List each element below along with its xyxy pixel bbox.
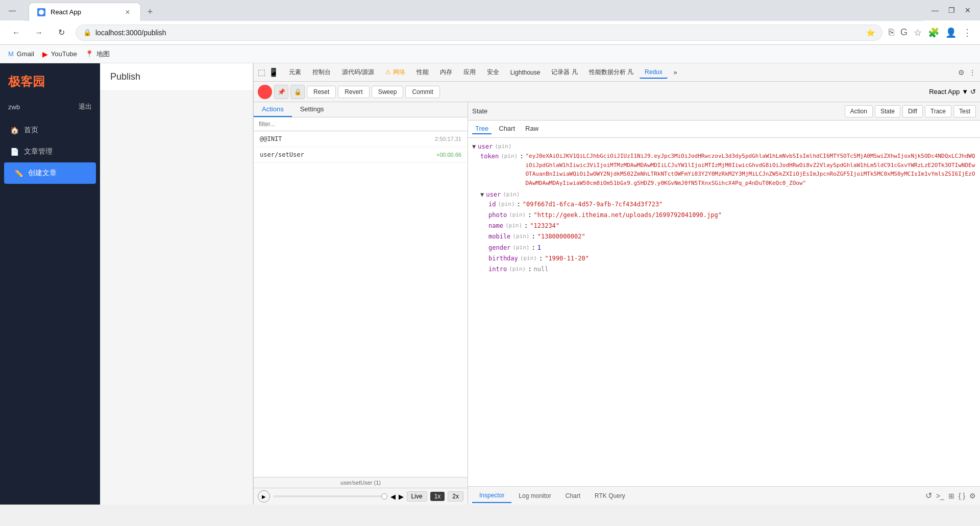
- inspector-tab[interactable]: Inspector: [472, 489, 511, 503]
- state-trace-tab[interactable]: Trace: [925, 105, 951, 117]
- devtools-icon-bar: ⚙ ⋮: [958, 68, 976, 77]
- address-bar[interactable]: 🔒 localhost:3000/publish ⭐: [76, 25, 883, 41]
- logout-button[interactable]: 退出: [79, 102, 92, 111]
- devtools-tab-elements[interactable]: 元素: [284, 66, 306, 79]
- devtools-tab-more[interactable]: »: [669, 67, 682, 78]
- user-pin: (pin): [495, 142, 511, 151]
- maps-icon: 📍: [85, 50, 93, 58]
- actions-tab[interactable]: Actions: [254, 102, 292, 117]
- devtools-settings-icon[interactable]: ⚙: [958, 68, 965, 77]
- new-tab-button[interactable]: +: [143, 5, 157, 19]
- devtools-inspect-icon[interactable]: ⬚: [258, 67, 265, 77]
- action-status-bar: user/setUser (1): [254, 477, 468, 488]
- state-test-tab[interactable]: Test: [953, 105, 976, 117]
- cast-icon[interactable]: ⎘: [889, 27, 894, 38]
- bookmark-maps[interactable]: 📍 地图: [85, 50, 110, 59]
- settings-tab[interactable]: Settings: [292, 102, 332, 117]
- minimize-button[interactable]: —: [5, 3, 19, 17]
- grid-icon[interactable]: ⊞: [948, 492, 954, 500]
- menu-icon[interactable]: ⋮: [963, 27, 972, 38]
- active-tab[interactable]: React App ✕: [29, 3, 141, 21]
- sidebar-nav: 🏠 首页 📄 文章管理 ✏️ 创建文章: [0, 119, 100, 505]
- close-window-button[interactable]: ✕: [961, 3, 975, 17]
- photo-pin: (pin): [509, 210, 526, 220]
- devtools-more-icon[interactable]: ⋮: [969, 68, 976, 77]
- back-button[interactable]: ←: [8, 25, 24, 41]
- intro-value: null: [533, 265, 548, 274]
- state-raw-tab[interactable]: Raw: [522, 124, 542, 134]
- reset-button[interactable]: Reset: [307, 86, 336, 98]
- devtools-tab-perf-data[interactable]: 性能数据分析 凡: [584, 66, 639, 79]
- devtools-tab-performance[interactable]: 性能: [411, 66, 434, 79]
- state-state-tab[interactable]: State: [875, 105, 900, 117]
- settings2-icon[interactable]: ⚙: [969, 492, 976, 500]
- state-chart-tab[interactable]: Chart: [496, 124, 518, 134]
- devtools-device-icon[interactable]: 📱: [268, 67, 279, 77]
- devtools-tab-memory[interactable]: 内存: [435, 66, 457, 79]
- tab-close-button[interactable]: ✕: [123, 8, 132, 17]
- translate-icon[interactable]: G: [900, 27, 908, 38]
- revert-button[interactable]: Revert: [338, 86, 369, 98]
- next-step-icon[interactable]: ▶: [399, 493, 404, 500]
- speed-1x-button[interactable]: 1x: [430, 492, 445, 501]
- prev-step-icon[interactable]: ◀: [390, 493, 396, 500]
- action-init[interactable]: @@INIT 2:50:17.31: [254, 131, 468, 147]
- rtk-query-tab[interactable]: RTK Query: [587, 489, 632, 503]
- code-icon[interactable]: { }: [959, 492, 965, 500]
- sweep-button[interactable]: Sweep: [372, 86, 404, 98]
- forward-button[interactable]: →: [31, 25, 47, 41]
- log-monitor-tab[interactable]: Log monitor: [511, 489, 558, 503]
- commit-button[interactable]: Commit: [405, 86, 439, 98]
- colon: :: [520, 152, 523, 161]
- devtools-tab-lighthouse[interactable]: Lighthouse: [505, 67, 546, 78]
- state-tree-tab[interactable]: Tree: [472, 124, 492, 134]
- user-expand-icon[interactable]: ▼: [472, 142, 476, 152]
- create-icon: ✏️: [14, 169, 23, 177]
- user-key: user: [478, 142, 493, 152]
- reload-devtools-icon[interactable]: ↺: [925, 491, 932, 500]
- sidebar-item-create[interactable]: ✏️ 创建文章: [4, 162, 96, 184]
- address-bar-row: ← → ↻ 🔒 localhost:3000/publish ⭐ ⎘ G ☆ 🧩…: [0, 20, 980, 45]
- sidebar-item-home[interactable]: 🏠 首页: [0, 119, 100, 141]
- state-action-tab[interactable]: Action: [845, 105, 873, 117]
- devtools-tab-network[interactable]: ⚠ 网络: [380, 66, 410, 79]
- dropdown-chevron-icon[interactable]: ▼: [962, 88, 968, 95]
- articles-icon: 📄: [10, 148, 19, 156]
- state-label: State: [472, 107, 487, 115]
- devtools-tab-recorder[interactable]: 记录器 凡: [546, 66, 582, 79]
- play-button[interactable]: ▶: [258, 490, 270, 503]
- filter-input[interactable]: [254, 117, 468, 131]
- profile-icon[interactable]: 👤: [945, 27, 957, 38]
- devtools-tab-security[interactable]: 安全: [482, 66, 504, 79]
- minimize-window-button[interactable]: —: [928, 3, 942, 17]
- maximize-window-button[interactable]: ❐: [944, 3, 959, 17]
- youtube-icon: ▶: [42, 50, 48, 58]
- progress-thumb: [381, 493, 387, 499]
- sidebar-logo: 极客园: [0, 63, 100, 98]
- actions-subtabs: Actions Settings: [254, 102, 468, 117]
- extensions-icon[interactable]: 🧩: [928, 27, 939, 38]
- pin-button[interactable]: 📌: [274, 85, 288, 99]
- terminal-icon[interactable]: >_: [936, 492, 944, 500]
- bookmark-icon[interactable]: ☆: [914, 27, 922, 38]
- devtools-tab-application[interactable]: 应用: [458, 66, 481, 79]
- user-nested-expand-icon[interactable]: ▼: [480, 190, 484, 200]
- progress-bar[interactable]: [273, 495, 387, 497]
- devtools-tab-redux[interactable]: Redux: [640, 66, 668, 79]
- sidebar-item-articles[interactable]: 📄 文章管理: [0, 141, 100, 162]
- devtools-tab-sources[interactable]: 源代码/源源: [337, 66, 379, 79]
- user-nested-pin: (pin): [503, 190, 520, 199]
- bookmarks-bar: M Gmail ▶ YouTube 📍 地图: [0, 45, 980, 63]
- bookmark-youtube[interactable]: ▶ YouTube: [42, 50, 77, 58]
- record-button[interactable]: [258, 85, 272, 99]
- devtools-tab-console[interactable]: 控制台: [307, 66, 336, 79]
- live-button[interactable]: Live: [407, 491, 427, 501]
- speed-2x-button[interactable]: 2x: [448, 491, 463, 501]
- bookmark-gmail[interactable]: M Gmail: [8, 50, 34, 58]
- reload-button[interactable]: ↻: [53, 25, 69, 41]
- lock-button[interactable]: 🔒: [290, 85, 305, 99]
- state-diff-tab[interactable]: Diff: [902, 105, 923, 117]
- action-setuser[interactable]: user/setUser +00:00.66: [254, 147, 468, 163]
- refresh-icon[interactable]: ↺: [970, 88, 976, 95]
- chart-tab[interactable]: Chart: [558, 489, 587, 503]
